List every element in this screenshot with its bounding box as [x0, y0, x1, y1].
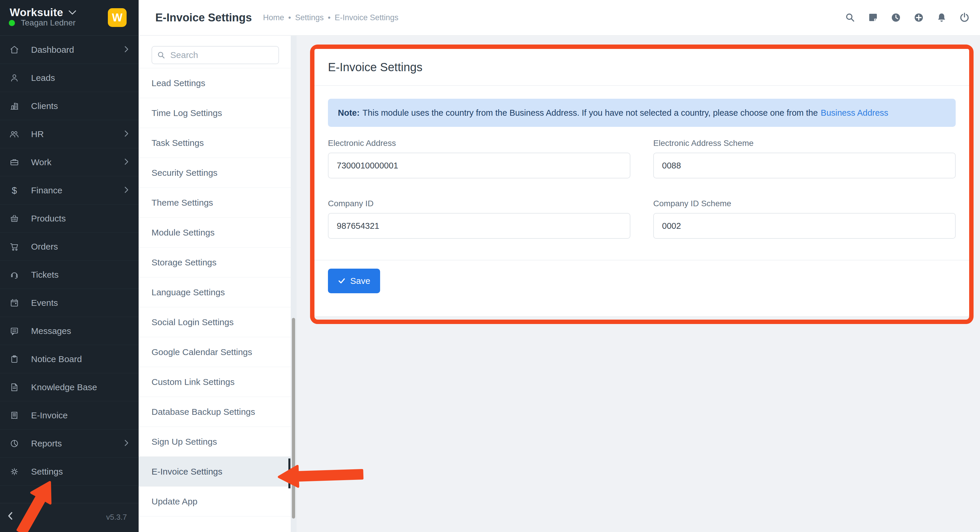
sidebar-item-tickets[interactable]: Tickets — [0, 261, 138, 289]
sidebar-item-products[interactable]: Products — [0, 205, 138, 233]
settings-search[interactable] — [151, 46, 279, 64]
e-invoice-settings-card: E-Invoice Settings Note: This module use… — [315, 49, 969, 316]
worksuite-app: Worksuite Teagan Ledner W Dashboard Lead… — [0, 0, 980, 532]
top-header: E-Invoice Settings Home • Settings • E-I… — [138, 0, 980, 35]
headset-icon — [10, 270, 19, 280]
settings-menu-item-theme[interactable]: Theme Settings — [138, 188, 297, 218]
app-version: v5.3.7 — [106, 513, 127, 522]
breadcrumb-settings[interactable]: Settings — [295, 13, 324, 22]
info-alert: Note: This module uses the country from … — [328, 99, 956, 127]
chevron-down-icon — [68, 10, 76, 15]
search-input[interactable] — [170, 50, 267, 60]
electronic-address-scheme-input[interactable] — [653, 152, 956, 178]
basket-icon — [10, 214, 19, 224]
clipboard-icon — [10, 354, 19, 364]
submenu-scrollbar-thumb[interactable] — [292, 318, 295, 519]
pie-chart-icon — [10, 438, 19, 448]
breadcrumb-home[interactable]: Home — [263, 13, 284, 22]
cart-icon — [10, 242, 19, 252]
sidebar-item-work[interactable]: Work — [0, 148, 138, 176]
alert-prefix: Note: — [338, 108, 360, 118]
dollar-icon: $ — [10, 186, 19, 195]
card-header: E-Invoice Settings — [315, 49, 969, 86]
receipt-icon — [10, 410, 19, 420]
chevron-right-icon — [124, 187, 129, 194]
page-title: E-Invoice Settings — [155, 11, 252, 24]
alert-text: This module uses the country from the Bu… — [363, 108, 818, 118]
field-electronic-address-scheme: Electronic Address Scheme — [653, 138, 956, 178]
main-content: E-Invoice Settings Note: This module use… — [297, 36, 980, 532]
settings-menu-item-security[interactable]: Security Settings — [138, 158, 297, 188]
breadcrumb-separator: • — [288, 13, 291, 22]
chevron-right-icon — [124, 440, 129, 447]
sidebar-item-dashboard[interactable]: Dashboard — [0, 36, 138, 64]
briefcase-icon — [10, 157, 19, 167]
settings-menu-item-database-backup[interactable]: Database Backup Settings — [138, 397, 297, 427]
sidebar-item-reports[interactable]: Reports — [0, 429, 138, 457]
calendar-icon — [10, 298, 19, 308]
settings-menu-item-social-login[interactable]: Social Login Settings — [138, 307, 297, 337]
building-icon — [10, 101, 19, 111]
field-company-id: Company ID — [328, 199, 630, 239]
breadcrumb: Home • Settings • E-Invoice Settings — [263, 13, 398, 22]
notes-icon[interactable] — [867, 12, 878, 23]
sidebar-item-leads[interactable]: Leads — [0, 64, 138, 92]
card-title: E-Invoice Settings — [328, 60, 422, 74]
sidebar-item-finance[interactable]: $ Finance — [0, 176, 138, 205]
settings-menu-item-sign-up[interactable]: Sign Up Settings — [138, 427, 297, 457]
person-icon — [10, 73, 19, 83]
power-icon[interactable] — [959, 12, 970, 23]
time-icon[interactable] — [890, 12, 902, 23]
electronic-address-input[interactable] — [328, 152, 630, 178]
settings-menu-list: Lead Settings Time Log Settings Task Set… — [138, 68, 297, 516]
workspace-name-row[interactable]: Worksuite — [10, 6, 76, 19]
business-address-link[interactable]: Business Address — [821, 108, 889, 118]
people-icon — [10, 129, 19, 139]
save-button[interactable]: Save — [328, 268, 380, 293]
sidebar-item-clients[interactable]: Clients — [0, 92, 138, 120]
breadcrumb-separator: • — [328, 13, 330, 22]
chevron-right-icon — [124, 46, 129, 54]
company-id-scheme-input[interactable] — [653, 213, 956, 239]
sidebar-item-settings[interactable]: Settings — [0, 457, 138, 486]
chevron-right-icon — [124, 159, 129, 166]
chevron-right-icon — [124, 130, 129, 138]
settings-menu-item-language[interactable]: Language Settings — [138, 278, 297, 307]
sidebar-item-e-invoice[interactable]: E-Invoice — [0, 401, 138, 429]
document-icon — [10, 382, 19, 392]
field-company-id-scheme: Company ID Scheme — [653, 199, 956, 239]
company-id-input[interactable] — [328, 213, 630, 239]
sidebar-item-orders[interactable]: Orders — [0, 233, 138, 261]
check-icon — [338, 277, 345, 285]
sidebar-item-messages[interactable]: Messages — [0, 317, 138, 345]
notifications-icon[interactable] — [936, 12, 947, 23]
field-label: Company ID — [328, 199, 630, 208]
settings-menu-item-module[interactable]: Module Settings — [138, 218, 297, 248]
settings-menu-item-google-calendar[interactable]: Google Calendar Settings — [138, 337, 297, 367]
app-logo: W — [108, 8, 127, 27]
sidebar-item-hr[interactable]: HR — [0, 120, 138, 148]
add-icon[interactable] — [913, 12, 924, 23]
search-icon — [158, 51, 165, 59]
settings-menu-item-task[interactable]: Task Settings — [138, 128, 297, 158]
sidebar-item-knowledge-base[interactable]: Knowledge Base — [0, 373, 138, 401]
collapse-sidebar-icon[interactable] — [7, 511, 13, 522]
settings-menu-item-update-app[interactable]: Update App — [138, 487, 297, 516]
settings-menu-item-custom-link[interactable]: Custom Link Settings — [138, 367, 297, 397]
user-name: Teagan Ledner — [21, 18, 76, 27]
field-label: Electronic Address — [328, 138, 630, 148]
chat-icon — [10, 326, 19, 336]
search-icon[interactable] — [845, 12, 856, 23]
settings-menu-item-time-log[interactable]: Time Log Settings — [138, 98, 297, 128]
workspace-switcher[interactable]: Worksuite Teagan Ledner W — [0, 0, 138, 36]
settings-menu-item-storage[interactable]: Storage Settings — [138, 248, 297, 278]
settings-menu-item-e-invoice[interactable]: E-Invoice Settings — [138, 457, 297, 487]
sidebar-item-notice-board[interactable]: Notice Board — [0, 345, 138, 373]
sidebar-item-events[interactable]: Events — [0, 289, 138, 317]
settings-menu-item-lead[interactable]: Lead Settings — [138, 68, 297, 98]
sidebar: Worksuite Teagan Ledner W Dashboard Lead… — [0, 0, 138, 532]
user-status-row: Teagan Ledner — [9, 18, 76, 27]
annotation-highlight-ring: E-Invoice Settings Note: This module use… — [310, 44, 974, 324]
field-electronic-address: Electronic Address — [328, 138, 630, 178]
sidebar-nav: Dashboard Leads Clients HR Work — [0, 36, 138, 486]
